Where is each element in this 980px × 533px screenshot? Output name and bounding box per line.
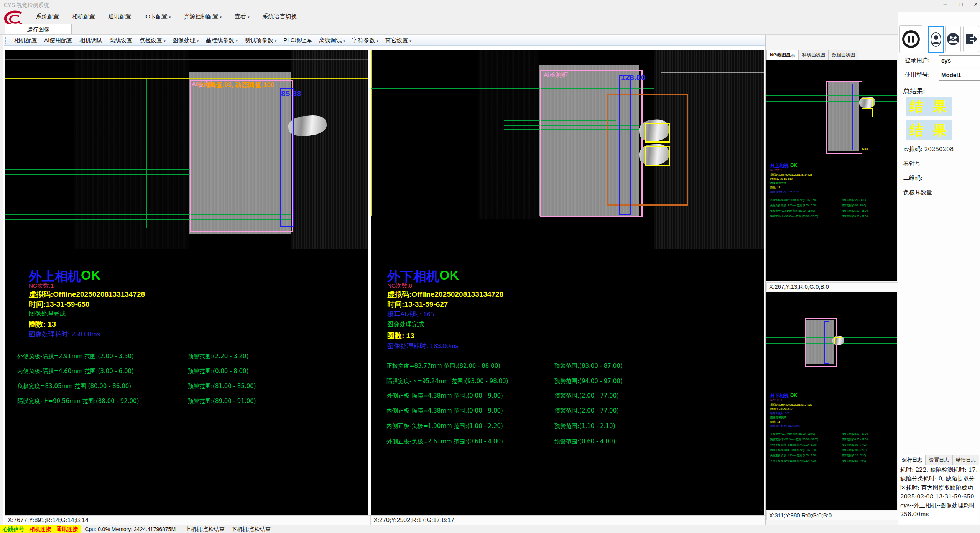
tab-error-log[interactable]: 错误日志 [952,455,979,465]
right-count: 圈数: 13 [387,331,414,341]
thumb2-roww-6: 预警范围:(0.60 - 4.00) [842,459,866,462]
right-measure-3: 外侧正极-隔膜=4.38mm 范围:(0.00 - 9.00) [386,392,503,400]
right-warn-1: 预警范围:(83.00 - 87.00) [554,362,623,370]
left-threshold-text: 平均阈值:93, 动态阈值:100 [196,81,274,89]
user-icon [930,31,942,48]
chevron-down-icon: ▾ [197,39,199,43]
thumb2-ng: NG次数:0 [770,399,782,402]
model-input[interactable]: Model1 [939,70,980,81]
thumb1-roww-1: 预警范围:(2.20 - 3.20) [842,199,866,201]
login-user-input[interactable]: cys [939,55,980,66]
right-warn-6: 预警范围:(0.60 - 4.00) [554,438,615,445]
tab-ng-view[interactable]: NG截图显示 [766,50,799,60]
log-tabs: 运行日志设置日志错误日志 [899,455,979,465]
thumb2-roww-1: 预警范围:(83.00 - 87.00) [842,433,868,435]
right-blue-value: 123.80 [621,73,645,82]
tool-baseline-params[interactable]: 基准线参数▾ [202,36,241,44]
left-measure-1: 外侧负极-隔膜=2.91mm 范围:(2.00 - 3.50) [17,353,134,360]
thumb2-ai-time: 极耳AI耗时: 165 [770,412,789,415]
thumb2-code: 虚拟码:Offline20250208133134728 [770,403,812,406]
right-yellow-box-2 [645,146,670,166]
tab-material-curve[interactable]: 料线曲线图 [799,50,829,60]
users-button[interactable] [945,26,961,52]
tool-camera-config[interactable]: 相机配置 [11,36,41,44]
ng-thumb-2[interactable]: 外下相机 OK NG次数:0 虚拟码:Offline20250208133134… [766,292,897,510]
tab-settings-log[interactable]: 设置日志 [926,455,952,465]
menu-camera-config[interactable]: 相机配置 [68,12,99,21]
left-camera-view[interactable]: AI检测框 平均阈值:93, 动态阈值:100 85.88 外上相机 OK NG… [5,50,368,515]
log-text: 耗时: 222, 缺陷检测耗时: 17, 缺陷分类耗时: 0, 缺陷提取分区耗时… [900,466,978,524]
chevron-down-icon: ▾ [220,15,222,19]
exit-button[interactable] [963,26,979,52]
camera-link-indicator: 相机连接 [27,525,54,533]
menu-comm-config[interactable]: 通讯配置 [104,12,135,21]
right-time: 时间:13-31-59-627 [387,299,448,309]
ng-thumb-2-status: X:311;Y:980;R:0;G:0;B:0 [766,511,899,520]
right-dark-band [478,50,539,219]
thumb2-row-5: 内侧正极-负极=1.90mm 范围:(1.00 - 2.20) [770,454,816,457]
right-camera-view[interactable]: AI检测框 123.80 外下相机 OK NG次数:0 虚拟码:Offline2… [371,50,764,515]
user-button[interactable] [928,26,944,53]
thumb2-row-2: 隔膜宽度-下=95.24mm 范围:(93.00 - 98.00) [770,438,818,441]
vcode-field: 虚拟码: 20250208 [903,146,954,153]
ng-thumb-1[interactable]: 85.88 外上相机 OK NG次数:1 虚拟码:Offline20250208… [766,60,897,281]
menu-io-card-config[interactable]: IO卡配置▾ [140,12,174,21]
thumb1-row-4: 隔膜宽度-上=90.56mm 范围:(88.00 - 92.00) [770,215,818,217]
left-ng-count: NG次数:1 [29,282,54,290]
right-warn-2: 预警范围:(94.00 - 97.00) [554,378,623,385]
tool-image-processing[interactable]: 图像处理▾ [169,36,202,44]
toolbar-grip[interactable] [5,37,9,44]
left-warn-1: 预警范围:(2.20 - 3.20) [188,353,249,360]
chevron-down-icon: ▾ [248,15,250,19]
tool-test-item-params[interactable]: 测试项参数▾ [241,36,280,44]
left-done: 图像处理完成 [29,310,66,318]
tool-offline-settings[interactable]: 离线设置 [106,36,136,44]
thumb2-count: 圈数: 13 [770,420,780,423]
tab-data-curve[interactable]: 数据曲线图 [829,50,858,60]
login-user-label: 登录用户: [905,57,930,64]
tool-spot-check[interactable]: 点检设置▾ [136,36,169,44]
left-blue-box [280,88,294,227]
tool-camera-debug[interactable]: 相机调试 [76,36,106,44]
maximize-button[interactable]: □ [956,2,966,7]
menu-system-config[interactable]: 系统配置 [32,12,63,21]
left-measure-2: 内侧负极-隔膜=4.60mm 范围:(3.00 - 6.00) [17,368,134,375]
right-yellow-box-1 [645,123,670,143]
menu-light-control-config[interactable]: 光源控制配置▾ [180,12,225,21]
top-camera-status: 上相机:点检结束 [180,525,227,533]
tool-offline-debug[interactable]: 离线调试▾ [316,36,349,44]
thumb1-time: 时间:13-31-59-650 [770,178,793,181]
menu-language-switch[interactable]: 系统语言切换 [258,12,301,21]
thumb2-roww-4: 预警范围:(2.00 - 77.00) [842,449,867,451]
thumb2-done: 图像处理完成 [770,416,786,419]
thumb1-ng: NG次数:1 [770,169,782,172]
ng-tabs: NG截图显示料线曲线图数据曲线图 [766,50,858,60]
tab-run-image[interactable]: 运行图像 [5,24,72,35]
pause-button[interactable] [899,25,922,53]
right-green-vline [506,50,506,216]
users-icon [947,33,960,46]
chevron-down-icon: ▾ [377,39,378,43]
right-ai-time: 极耳AI耗时: 165 [387,310,434,319]
left-camera-ok: OK [81,268,100,283]
tool-plc-address-lib[interactable]: PLC地址库 [280,36,315,44]
close-button[interactable]: ✕ [971,2,980,7]
tool-other-settings[interactable]: 其它设置▾ [382,36,415,44]
total-result-label: 总结果: [903,87,925,95]
result-badge-2: 结 果 [906,120,952,140]
tab-run-log[interactable]: 运行日志 [899,455,926,465]
pause-icon [901,29,921,49]
minimize-button[interactable]: ─ [940,2,950,7]
tool-char-params[interactable]: 字符参数▾ [349,36,382,44]
thumb1-roww-2: 预警范围:(0.00 - 8.00) [842,204,866,207]
heartbeat-indicator: 心跳信号 [0,525,27,533]
left-measure-4: 隔膜宽度-上=90.56mm 范围:(88.00 - 92.00) [17,398,139,405]
thumb2-row-6: 外侧正极-负极=2.61mm 范围:(0.60 - 4.00) [770,459,816,462]
menu-view[interactable]: 查看▾ [231,12,253,21]
tool-ai-use-config[interactable]: AI使用配置 [41,36,76,44]
thumb1-row-2: 内侧负极-隔膜=4.60mm 范围:(3.00 - 6.00) [770,204,816,207]
comm-link-indicator: 通讯连接 [54,525,81,533]
result-badge-1: 结 果 [906,97,952,116]
left-measure-3: 负极宽度=83.05mm 范围:(80.00 - 86.00) [17,383,131,390]
needle-field: 卷针号: [903,160,922,167]
